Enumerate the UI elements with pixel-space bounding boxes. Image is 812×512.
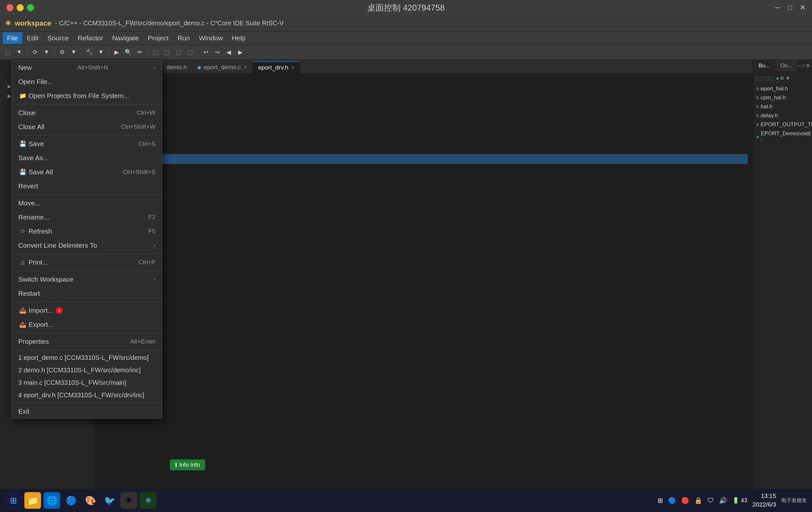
toolbar-btn-1[interactable]: ⬚ xyxy=(3,47,13,57)
tab-close-icon[interactable]: ✕ xyxy=(291,65,295,70)
menu-import[interactable]: 📥 Import... 1 xyxy=(12,303,162,318)
bluetooth-icon[interactable]: 🔵 xyxy=(668,496,676,504)
rpanel-item-cpm-hal[interactable]: h cpm_hal.h xyxy=(754,93,811,102)
menu-help[interactable]: Help xyxy=(227,32,250,44)
menu-file[interactable]: File xyxy=(3,32,23,44)
toolbar-btn-6[interactable]: ▼ xyxy=(68,47,79,57)
taskbar-clock[interactable]: 13:15 2022/6/3 xyxy=(752,492,776,509)
recent-file-1[interactable]: 1 eport_demo.c [CCM3310S-L_FW/src/demo] xyxy=(12,352,162,364)
rpanel-item-hal[interactable]: h hal.h xyxy=(754,102,811,111)
maximize-button[interactable] xyxy=(27,4,34,11)
win-minimize-icon[interactable]: ─ xyxy=(775,3,780,12)
menu-save[interactable]: 💾 Save Ctrl+S xyxy=(12,137,162,151)
notification-area[interactable]: 电子发烧友 xyxy=(781,497,807,503)
menu-convert-delimiters[interactable]: Convert Line Delimiters To › xyxy=(12,238,162,252)
taskbar-app6-icon[interactable]: 👁 xyxy=(120,492,137,509)
menu-refresh[interactable]: ⟳ Refresh F5 xyxy=(12,224,162,238)
toolbar-btn-9[interactable]: ▶ xyxy=(112,47,122,57)
menu-move[interactable]: Move... xyxy=(12,196,162,210)
tab-close-icon[interactable]: ✕ xyxy=(243,65,248,70)
menu-save-all[interactable]: 💾 Save All Ctrl+Shift+S xyxy=(12,165,162,179)
rpanel-item-eport-demo[interactable]: ● EPORT_Demo(void) : xyxy=(754,129,811,145)
toolbar-btn-18[interactable]: ◀ xyxy=(224,47,234,57)
menu-window[interactable]: Window xyxy=(195,32,228,44)
menu-switch-workspace[interactable]: Switch Workspace › xyxy=(12,272,162,287)
win-restore-icon[interactable]: □ xyxy=(788,3,792,12)
toolbar-btn-12[interactable]: ⬚ xyxy=(150,47,161,57)
panel-minimize-icon[interactable]: ─ xyxy=(798,63,801,68)
menu-restart[interactable]: Restart xyxy=(12,287,162,301)
toolbar-btn-5[interactable]: ⚙ xyxy=(57,47,67,57)
rpanel-tab-ou[interactable]: Ou... xyxy=(775,60,797,71)
network-icon[interactable]: ⊞ xyxy=(658,496,663,504)
rpanel-tab-bu[interactable]: Bu... xyxy=(753,60,775,71)
taskbar-app4-icon[interactable]: 🎨 xyxy=(82,492,99,509)
menu-close[interactable]: Close Ctrl+W xyxy=(12,106,162,120)
lock-icon[interactable]: 🔒 xyxy=(694,496,702,504)
antivirus-icon[interactable]: 🔴 xyxy=(681,496,689,504)
rpanel-toolbar-btn[interactable]: ⬚ xyxy=(771,76,775,81)
rpanel-item-eport-output[interactable]: # EPORT_OUTPUT_TEST xyxy=(754,120,811,129)
rpanel-item-eport-hal[interactable]: h eport_hal.h xyxy=(754,84,811,93)
rpanel-toolbar-btn[interactable]: ⬚ xyxy=(760,76,764,81)
toolbar-btn-10[interactable]: 🔍 xyxy=(123,47,133,57)
menu-close-all[interactable]: Close All Ctrl+Shift+W xyxy=(12,120,162,134)
panel-maximize-icon[interactable]: □ xyxy=(802,63,805,68)
toolbar-btn-7[interactable]: 🔨 xyxy=(84,47,94,57)
tab-demo-h[interactable]: demo.h xyxy=(162,61,192,73)
taskbar-edge-icon[interactable]: 🌐 xyxy=(44,492,60,509)
taskbar-ide-icon[interactable]: ✳ xyxy=(140,492,156,509)
rpanel-item-delay[interactable]: h delay.h xyxy=(754,111,811,120)
menu-source[interactable]: Source xyxy=(43,32,74,44)
close-button[interactable] xyxy=(6,4,13,11)
recent-file-2[interactable]: 2 demo.h [CCM3310S-L_FW/src/demo/inc] xyxy=(12,364,162,377)
toolbar-btn-2[interactable]: ▼ xyxy=(14,47,24,57)
menu-save-as[interactable]: Save As... xyxy=(12,151,162,165)
tab-eport-drv-h[interactable]: eport_drv.h ✕ xyxy=(253,61,300,73)
toolbar-btn-3[interactable]: ⟳ xyxy=(30,47,40,57)
menu-open-projects[interactable]: 📁 Open Projects from File System... xyxy=(12,89,162,103)
menu-open-file[interactable]: Open File... xyxy=(12,74,162,89)
tab-label: demo.h xyxy=(167,64,187,71)
volume-icon[interactable]: 🔊 xyxy=(719,496,727,504)
toolbar-btn-15[interactable]: ⬚ xyxy=(185,47,195,57)
menu-edit[interactable]: Edit xyxy=(23,32,43,44)
toolbar-btn-11[interactable]: ✏ xyxy=(135,47,145,57)
minimize-button[interactable] xyxy=(17,4,24,11)
taskbar-files-icon[interactable]: 📁 xyxy=(24,492,41,509)
menu-print[interactable]: 🖨 Print... Ctrl+P xyxy=(12,255,162,269)
taskbar-app5-icon[interactable]: 🐦 xyxy=(101,492,118,509)
windows-icon: ⊞ xyxy=(10,496,17,506)
rpanel-toolbar-btn[interactable]: ⚙ xyxy=(780,76,784,81)
recent-file-4[interactable]: 4 eport_drv.h [CCM3310S-L_FW/src/drv/inc… xyxy=(12,389,162,401)
start-button[interactable]: ⊞ xyxy=(5,492,22,509)
toolbar-btn-19[interactable]: ▶ xyxy=(235,47,245,57)
menu-new[interactable]: New Alt+Shift+N › xyxy=(12,61,162,74)
recent-file-3[interactable]: 3 main.c [CCM3310S-L_FW/src/main] xyxy=(12,377,162,389)
rpanel-toolbar-btn[interactable]: ▼ xyxy=(785,76,790,81)
tab-eport-demo-c[interactable]: ◉ eport_demo.c ✕ xyxy=(192,61,253,73)
panel-settings-icon[interactable]: ⚙ xyxy=(806,63,810,68)
rpanel-active-icon[interactable]: ● xyxy=(776,76,779,81)
shield-icon[interactable]: 🛡 xyxy=(707,497,714,504)
taskbar-chrome-icon[interactable]: 🔵 xyxy=(63,492,80,509)
toolbar-btn-13[interactable]: ⬚ xyxy=(162,47,172,57)
rpanel-toolbar-btn[interactable]: ⬚ xyxy=(765,76,770,81)
menu-properties[interactable]: Properties Alt+Enter xyxy=(12,334,162,349)
menu-exit[interactable]: Exit xyxy=(12,404,162,418)
rpanel-toolbar-btn[interactable]: ⬚ xyxy=(754,76,758,81)
toolbar-btn-17[interactable]: ↪ xyxy=(212,47,222,57)
code-editor[interactable]: #_TEST_DEMO _T_TEST_DEMO TEST_DEMO ) f e… xyxy=(94,74,753,493)
toolbar-btn-8[interactable]: ▼ xyxy=(96,47,106,57)
menu-revert[interactable]: Revert xyxy=(12,179,162,193)
toolbar-btn-14[interactable]: ⬚ xyxy=(173,47,184,57)
menu-refactor[interactable]: Refactor xyxy=(74,32,108,44)
toolbar-btn-16[interactable]: ↩ xyxy=(201,47,211,57)
menu-rename[interactable]: Rename... F2 xyxy=(12,210,162,224)
menu-navigate[interactable]: Navigate xyxy=(108,32,143,44)
win-close-icon[interactable]: ✕ xyxy=(800,3,806,12)
menu-project[interactable]: Project xyxy=(143,32,173,44)
toolbar-btn-4[interactable]: ▼ xyxy=(41,47,52,57)
menu-run[interactable]: Run xyxy=(173,32,195,44)
menu-export[interactable]: 📤 Export... xyxy=(12,318,162,332)
